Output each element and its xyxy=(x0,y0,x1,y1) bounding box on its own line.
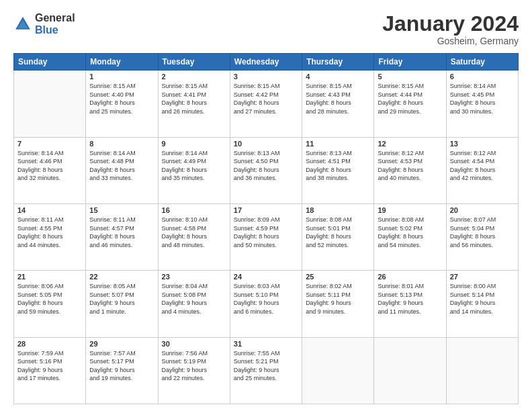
calendar-cell: 5Sunrise: 8:15 AM Sunset: 4:44 PM Daylig… xyxy=(374,71,446,137)
calendar-cell: 29Sunrise: 7:57 AM Sunset: 5:17 PM Dayli… xyxy=(86,337,158,404)
day-info: Sunrise: 8:03 AM Sunset: 5:10 PM Dayligh… xyxy=(234,282,298,316)
day-info: Sunrise: 7:56 AM Sunset: 5:19 PM Dayligh… xyxy=(162,349,226,383)
calendar-cell: 24Sunrise: 8:03 AM Sunset: 5:10 PM Dayli… xyxy=(230,271,302,337)
day-number: 20 xyxy=(450,206,515,214)
day-number: 10 xyxy=(234,140,298,148)
day-info: Sunrise: 8:07 AM Sunset: 5:04 PM Dayligh… xyxy=(450,216,515,249)
day-number: 18 xyxy=(306,206,370,214)
title-block: January 2024 Gosheim, Germany xyxy=(382,12,519,46)
logo-blue: Blue xyxy=(35,24,75,36)
day-number: 5 xyxy=(378,73,442,81)
day-info: Sunrise: 8:15 AM Sunset: 4:44 PM Dayligh… xyxy=(378,82,442,116)
day-info: Sunrise: 8:11 AM Sunset: 4:57 PM Dayligh… xyxy=(89,216,154,249)
day-info: Sunrise: 8:15 AM Sunset: 4:43 PM Dayligh… xyxy=(306,82,370,116)
weekday-header-row: SundayMondayTuesdayWednesdayThursdayFrid… xyxy=(14,54,519,71)
day-number: 16 xyxy=(162,206,226,214)
day-number: 19 xyxy=(378,206,442,214)
day-info: Sunrise: 8:13 AM Sunset: 4:51 PM Dayligh… xyxy=(306,149,370,183)
day-number: 25 xyxy=(306,273,370,281)
logo-icon xyxy=(13,15,32,34)
day-number: 30 xyxy=(162,340,226,348)
calendar-cell: 17Sunrise: 8:09 AM Sunset: 4:59 PM Dayli… xyxy=(230,203,302,270)
weekday-header-wednesday: Wednesday xyxy=(230,54,302,71)
calendar-cell: 4Sunrise: 8:15 AM Sunset: 4:43 PM Daylig… xyxy=(302,71,374,137)
day-info: Sunrise: 8:12 AM Sunset: 4:53 PM Dayligh… xyxy=(378,149,442,183)
day-info: Sunrise: 8:05 AM Sunset: 5:07 PM Dayligh… xyxy=(89,282,154,316)
page: General Blue January 2024 Gosheim, Germa… xyxy=(0,0,532,411)
calendar-cell: 28Sunrise: 7:59 AM Sunset: 5:16 PM Dayli… xyxy=(14,337,86,404)
day-info: Sunrise: 8:01 AM Sunset: 5:13 PM Dayligh… xyxy=(378,282,442,316)
calendar-cell: 2Sunrise: 8:15 AM Sunset: 4:41 PM Daylig… xyxy=(158,71,230,137)
day-info: Sunrise: 8:11 AM Sunset: 4:55 PM Dayligh… xyxy=(17,216,82,249)
calendar-cell: 10Sunrise: 8:13 AM Sunset: 4:50 PM Dayli… xyxy=(230,137,302,203)
calendar-cell: 23Sunrise: 8:04 AM Sunset: 5:08 PM Dayli… xyxy=(158,271,230,337)
calendar-cell: 13Sunrise: 8:12 AM Sunset: 4:54 PM Dayli… xyxy=(446,137,518,203)
calendar-cell: 1Sunrise: 8:15 AM Sunset: 4:40 PM Daylig… xyxy=(86,71,158,137)
day-info: Sunrise: 8:14 AM Sunset: 4:49 PM Dayligh… xyxy=(162,149,226,183)
day-number: 7 xyxy=(17,140,82,148)
calendar-cell: 6Sunrise: 8:14 AM Sunset: 4:45 PM Daylig… xyxy=(446,71,518,137)
calendar-cell: 26Sunrise: 8:01 AM Sunset: 5:13 PM Dayli… xyxy=(374,271,446,337)
calendar-cell: 14Sunrise: 8:11 AM Sunset: 4:55 PM Dayli… xyxy=(14,203,86,270)
day-info: Sunrise: 8:02 AM Sunset: 5:11 PM Dayligh… xyxy=(306,282,370,316)
calendar-week-row: 7Sunrise: 8:14 AM Sunset: 4:46 PM Daylig… xyxy=(14,137,519,203)
day-info: Sunrise: 8:15 AM Sunset: 4:40 PM Dayligh… xyxy=(89,82,154,116)
day-info: Sunrise: 8:04 AM Sunset: 5:08 PM Dayligh… xyxy=(162,282,226,316)
logo-general: General xyxy=(35,12,75,24)
calendar-week-row: 14Sunrise: 8:11 AM Sunset: 4:55 PM Dayli… xyxy=(14,203,519,270)
calendar-table: SundayMondayTuesdayWednesdayThursdayFrid… xyxy=(13,53,519,404)
weekday-header-friday: Friday xyxy=(374,54,446,71)
day-info: Sunrise: 8:12 AM Sunset: 4:54 PM Dayligh… xyxy=(450,149,515,183)
day-info: Sunrise: 7:57 AM Sunset: 5:17 PM Dayligh… xyxy=(89,349,154,383)
calendar-cell: 21Sunrise: 8:06 AM Sunset: 5:05 PM Dayli… xyxy=(14,271,86,337)
calendar-cell: 20Sunrise: 8:07 AM Sunset: 5:04 PM Dayli… xyxy=(446,203,518,270)
calendar-cell: 7Sunrise: 8:14 AM Sunset: 4:46 PM Daylig… xyxy=(14,137,86,203)
calendar-cell: 18Sunrise: 8:08 AM Sunset: 5:01 PM Dayli… xyxy=(302,203,374,270)
day-number: 15 xyxy=(89,206,154,214)
day-number: 31 xyxy=(234,340,298,348)
calendar-cell: 8Sunrise: 8:14 AM Sunset: 4:48 PM Daylig… xyxy=(86,137,158,203)
calendar-cell: 3Sunrise: 8:15 AM Sunset: 4:42 PM Daylig… xyxy=(230,71,302,137)
day-number: 27 xyxy=(450,273,515,281)
day-number: 12 xyxy=(378,140,442,148)
day-number: 9 xyxy=(162,140,226,148)
day-number: 23 xyxy=(162,273,226,281)
day-number: 3 xyxy=(234,73,298,81)
day-info: Sunrise: 8:13 AM Sunset: 4:50 PM Dayligh… xyxy=(234,149,298,183)
day-info: Sunrise: 7:55 AM Sunset: 5:21 PM Dayligh… xyxy=(234,349,298,383)
calendar-cell: 25Sunrise: 8:02 AM Sunset: 5:11 PM Dayli… xyxy=(302,271,374,337)
day-number: 22 xyxy=(89,273,154,281)
calendar-cell: 9Sunrise: 8:14 AM Sunset: 4:49 PM Daylig… xyxy=(158,137,230,203)
day-info: Sunrise: 8:00 AM Sunset: 5:14 PM Dayligh… xyxy=(450,282,515,316)
calendar-cell: 27Sunrise: 8:00 AM Sunset: 5:14 PM Dayli… xyxy=(446,271,518,337)
day-info: Sunrise: 8:10 AM Sunset: 4:58 PM Dayligh… xyxy=(162,216,226,249)
day-info: Sunrise: 8:14 AM Sunset: 4:46 PM Dayligh… xyxy=(17,149,82,183)
day-number: 24 xyxy=(234,273,298,281)
calendar-cell: 15Sunrise: 8:11 AM Sunset: 4:57 PM Dayli… xyxy=(86,203,158,270)
header: General Blue January 2024 Gosheim, Germa… xyxy=(13,12,519,46)
day-number: 21 xyxy=(17,273,82,281)
logo: General Blue xyxy=(13,12,75,36)
day-number: 28 xyxy=(17,340,82,348)
weekday-header-monday: Monday xyxy=(86,54,158,71)
day-number: 26 xyxy=(378,273,442,281)
calendar-cell: 11Sunrise: 8:13 AM Sunset: 4:51 PM Dayli… xyxy=(302,137,374,203)
day-info: Sunrise: 8:15 AM Sunset: 4:41 PM Dayligh… xyxy=(162,82,226,116)
calendar-cell: 12Sunrise: 8:12 AM Sunset: 4:53 PM Dayli… xyxy=(374,137,446,203)
day-info: Sunrise: 7:59 AM Sunset: 5:16 PM Dayligh… xyxy=(17,349,82,383)
day-info: Sunrise: 8:08 AM Sunset: 5:01 PM Dayligh… xyxy=(306,216,370,249)
day-number: 11 xyxy=(306,140,370,148)
calendar-week-row: 21Sunrise: 8:06 AM Sunset: 5:05 PM Dayli… xyxy=(14,271,519,337)
calendar-cell xyxy=(446,337,518,404)
day-info: Sunrise: 8:14 AM Sunset: 4:48 PM Dayligh… xyxy=(89,149,154,183)
calendar-cell xyxy=(14,71,86,137)
day-info: Sunrise: 8:09 AM Sunset: 4:59 PM Dayligh… xyxy=(234,216,298,249)
day-number: 1 xyxy=(89,73,154,81)
weekday-header-saturday: Saturday xyxy=(446,54,518,71)
weekday-header-tuesday: Tuesday xyxy=(158,54,230,71)
calendar-cell: 22Sunrise: 8:05 AM Sunset: 5:07 PM Dayli… xyxy=(86,271,158,337)
day-number: 4 xyxy=(306,73,370,81)
day-number: 17 xyxy=(234,206,298,214)
day-number: 29 xyxy=(89,340,154,348)
day-number: 6 xyxy=(450,73,515,81)
